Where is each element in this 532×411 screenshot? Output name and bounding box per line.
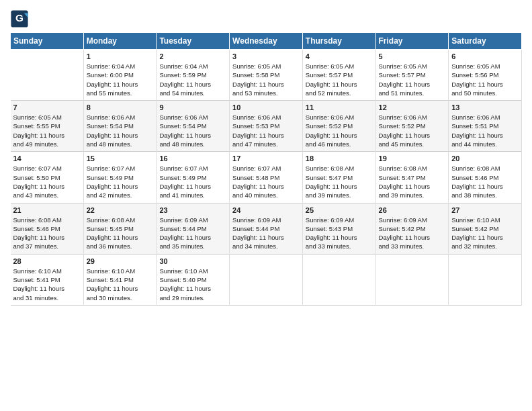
calendar-cell: 25Sunrise: 6:09 AM Sunset: 5:43 PM Dayli… [302, 203, 375, 254]
day-number: 22 [87, 206, 154, 214]
calendar-cell: 11Sunrise: 6:06 AM Sunset: 5:52 PM Dayli… [302, 101, 375, 152]
day-number: 7 [13, 103, 81, 111]
day-number: 12 [379, 103, 446, 111]
day-number: 16 [159, 154, 226, 163]
day-number: 19 [379, 154, 446, 163]
calendar-cell: 5Sunrise: 6:05 AM Sunset: 5:57 PM Daylig… [375, 50, 449, 101]
day-info: Sunrise: 6:06 AM Sunset: 5:52 PM Dayligh… [379, 113, 446, 148]
day-number: 30 [159, 257, 226, 265]
day-info: Sunrise: 6:10 AM Sunset: 5:42 PM Dayligh… [451, 216, 519, 251]
day-number: 24 [232, 206, 300, 214]
weekday-header-thursday: Thursday [302, 33, 375, 50]
calendar-cell: 6Sunrise: 6:05 AM Sunset: 5:56 PM Daylig… [449, 50, 522, 101]
day-number: 10 [232, 103, 300, 111]
calendar-cell: 1Sunrise: 6:04 AM Sunset: 6:00 PM Daylig… [83, 50, 157, 101]
calendar-cell: 26Sunrise: 6:09 AM Sunset: 5:42 PM Dayli… [375, 203, 449, 254]
day-number: 23 [159, 206, 226, 214]
day-number: 4 [306, 52, 373, 60]
calendar-cell: 9Sunrise: 6:06 AM Sunset: 5:54 PM Daylig… [157, 101, 230, 152]
header: G [10, 7, 522, 28]
day-info: Sunrise: 6:06 AM Sunset: 5:54 PM Dayligh… [159, 113, 226, 148]
day-info: Sunrise: 6:05 AM Sunset: 5:58 PM Dayligh… [232, 62, 300, 97]
calendar-cell: 22Sunrise: 6:08 AM Sunset: 5:45 PM Dayli… [83, 203, 157, 254]
day-info: Sunrise: 6:08 AM Sunset: 5:47 PM Dayligh… [306, 164, 373, 199]
calendar-cell: 13Sunrise: 6:06 AM Sunset: 5:51 PM Dayli… [449, 101, 522, 152]
day-number: 18 [306, 154, 373, 163]
day-number: 14 [13, 154, 81, 163]
calendar-week-1: 7Sunrise: 6:05 AM Sunset: 5:55 PM Daylig… [11, 101, 522, 152]
calendar-cell [302, 254, 375, 305]
day-number: 1 [87, 52, 154, 60]
day-info: Sunrise: 6:06 AM Sunset: 5:54 PM Dayligh… [87, 113, 154, 148]
day-number: 20 [451, 154, 519, 163]
day-info: Sunrise: 6:08 AM Sunset: 5:46 PM Dayligh… [13, 216, 81, 251]
calendar-cell: 15Sunrise: 6:07 AM Sunset: 5:49 PM Dayli… [83, 152, 157, 203]
day-info: Sunrise: 6:10 AM Sunset: 5:41 PM Dayligh… [13, 267, 81, 302]
day-number: 3 [232, 52, 300, 60]
weekday-header-wednesday: Wednesday [230, 33, 303, 50]
day-number: 5 [379, 52, 446, 60]
day-info: Sunrise: 6:08 AM Sunset: 5:45 PM Dayligh… [87, 216, 154, 251]
day-info: Sunrise: 6:04 AM Sunset: 5:59 PM Dayligh… [159, 62, 226, 97]
calendar-table: SundayMondayTuesdayWednesdayThursdayFrid… [10, 32, 522, 306]
weekday-header-row: SundayMondayTuesdayWednesdayThursdayFrid… [11, 33, 522, 50]
calendar-cell: 21Sunrise: 6:08 AM Sunset: 5:46 PM Dayli… [11, 203, 84, 254]
day-number: 15 [87, 154, 154, 163]
svg-text:G: G [15, 12, 24, 24]
day-number: 2 [159, 52, 226, 60]
day-number: 25 [306, 206, 373, 214]
logo: G [10, 9, 30, 28]
day-info: Sunrise: 6:06 AM Sunset: 5:51 PM Dayligh… [451, 113, 519, 148]
day-number: 11 [306, 103, 373, 111]
day-info: Sunrise: 6:05 AM Sunset: 5:57 PM Dayligh… [379, 62, 446, 97]
calendar-cell: 14Sunrise: 6:07 AM Sunset: 5:50 PM Dayli… [11, 152, 84, 203]
day-number: 13 [451, 103, 519, 111]
day-info: Sunrise: 6:09 AM Sunset: 5:43 PM Dayligh… [306, 216, 373, 251]
day-info: Sunrise: 6:08 AM Sunset: 5:46 PM Dayligh… [451, 164, 519, 199]
day-info: Sunrise: 6:09 AM Sunset: 5:42 PM Dayligh… [379, 216, 446, 251]
day-info: Sunrise: 6:08 AM Sunset: 5:47 PM Dayligh… [379, 164, 446, 199]
calendar-cell: 12Sunrise: 6:06 AM Sunset: 5:52 PM Dayli… [375, 101, 449, 152]
weekday-header-sunday: Sunday [11, 33, 84, 50]
calendar-cell: 18Sunrise: 6:08 AM Sunset: 5:47 PM Dayli… [302, 152, 375, 203]
calendar-cell: 19Sunrise: 6:08 AM Sunset: 5:47 PM Dayli… [375, 152, 449, 203]
calendar-week-4: 28Sunrise: 6:10 AM Sunset: 5:41 PM Dayli… [11, 254, 522, 305]
day-info: Sunrise: 6:05 AM Sunset: 5:57 PM Dayligh… [306, 62, 373, 97]
day-info: Sunrise: 6:07 AM Sunset: 5:49 PM Dayligh… [87, 164, 154, 199]
calendar-cell [230, 254, 303, 305]
day-info: Sunrise: 6:06 AM Sunset: 5:53 PM Dayligh… [232, 113, 300, 148]
calendar-cell: 17Sunrise: 6:07 AM Sunset: 5:48 PM Dayli… [230, 152, 303, 203]
calendar-cell [11, 50, 84, 101]
logo-icon: G [10, 9, 29, 28]
day-number: 6 [451, 52, 519, 60]
weekday-header-tuesday: Tuesday [157, 33, 230, 50]
calendar-cell [375, 254, 449, 305]
day-number: 17 [232, 154, 300, 163]
calendar-cell: 30Sunrise: 6:10 AM Sunset: 5:40 PM Dayli… [157, 254, 230, 305]
calendar-cell [449, 254, 522, 305]
calendar-week-0: 1Sunrise: 6:04 AM Sunset: 6:00 PM Daylig… [11, 50, 522, 101]
day-info: Sunrise: 6:07 AM Sunset: 5:49 PM Dayligh… [159, 164, 226, 199]
day-number: 8 [87, 103, 154, 111]
day-number: 28 [13, 257, 81, 265]
day-number: 21 [13, 206, 81, 214]
calendar-cell: 10Sunrise: 6:06 AM Sunset: 5:53 PM Dayli… [230, 101, 303, 152]
calendar-week-2: 14Sunrise: 6:07 AM Sunset: 5:50 PM Dayli… [11, 152, 522, 203]
calendar-cell: 2Sunrise: 6:04 AM Sunset: 5:59 PM Daylig… [157, 50, 230, 101]
calendar-cell: 4Sunrise: 6:05 AM Sunset: 5:57 PM Daylig… [302, 50, 375, 101]
day-number: 26 [379, 206, 446, 214]
calendar-cell: 8Sunrise: 6:06 AM Sunset: 5:54 PM Daylig… [83, 101, 157, 152]
day-info: Sunrise: 6:10 AM Sunset: 5:41 PM Dayligh… [87, 267, 154, 302]
calendar-cell: 16Sunrise: 6:07 AM Sunset: 5:49 PM Dayli… [157, 152, 230, 203]
day-info: Sunrise: 6:05 AM Sunset: 5:55 PM Dayligh… [13, 113, 81, 148]
day-info: Sunrise: 6:06 AM Sunset: 5:52 PM Dayligh… [306, 113, 373, 148]
day-number: 27 [451, 206, 519, 214]
day-info: Sunrise: 6:10 AM Sunset: 5:40 PM Dayligh… [159, 267, 226, 302]
day-info: Sunrise: 6:07 AM Sunset: 5:50 PM Dayligh… [13, 164, 81, 199]
day-info: Sunrise: 6:09 AM Sunset: 5:44 PM Dayligh… [159, 216, 226, 251]
calendar-cell: 23Sunrise: 6:09 AM Sunset: 5:44 PM Dayli… [157, 203, 230, 254]
calendar-cell: 3Sunrise: 6:05 AM Sunset: 5:58 PM Daylig… [230, 50, 303, 101]
calendar-cell: 24Sunrise: 6:09 AM Sunset: 5:44 PM Dayli… [230, 203, 303, 254]
day-info: Sunrise: 6:04 AM Sunset: 6:00 PM Dayligh… [87, 62, 154, 97]
weekday-header-saturday: Saturday [449, 33, 522, 50]
